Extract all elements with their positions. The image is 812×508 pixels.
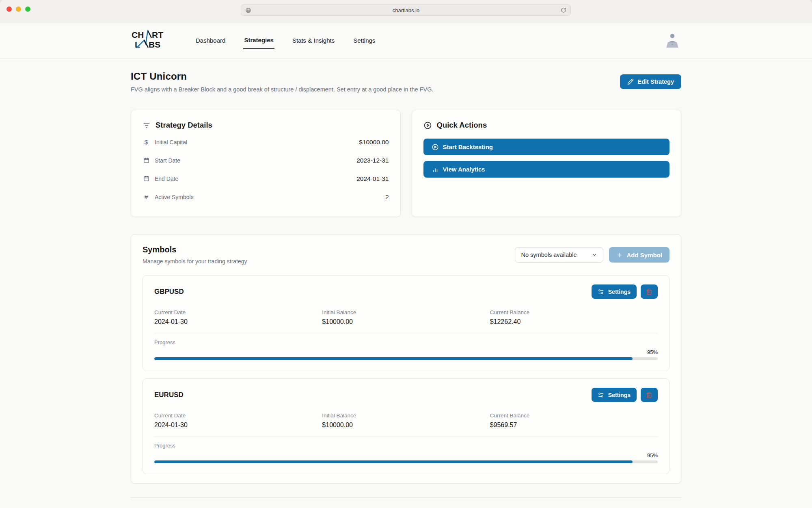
symbol-name: EURUSD xyxy=(154,391,184,399)
hash-icon: # xyxy=(143,193,150,200)
user-avatar[interactable] xyxy=(663,32,681,50)
stat-current-date: Current Date 2024-01-30 xyxy=(154,309,322,326)
play-circle-icon xyxy=(423,121,432,130)
detail-row-end-date: End Date 2024-01-31 xyxy=(143,169,389,188)
close-window-button[interactable] xyxy=(6,7,12,12)
play-circle-icon xyxy=(432,143,439,151)
strategy-details-title: Strategy Details xyxy=(155,121,212,130)
browser-window: chartlabs.io CH RT L BS xyxy=(0,0,812,508)
view-analytics-button[interactable]: View Analytics xyxy=(423,161,670,178)
progress-label: Progress xyxy=(154,339,658,345)
symbols-dropdown[interactable]: No symbols available xyxy=(515,247,603,263)
quick-actions-card: Quick Actions Start Backtesting View Ana… xyxy=(412,110,682,217)
chevron-down-icon xyxy=(592,252,597,258)
edit-strategy-button[interactable]: Edit Strategy xyxy=(620,74,681,89)
symbols-title: Symbols xyxy=(143,245,247,254)
detail-row-active-symbols: # Active Symbols 2 xyxy=(143,188,389,206)
strategy-details-card: Strategy Details $ Initial Capital $1000… xyxy=(131,110,401,217)
page-description: FVG aligns with a Breaker Block and a go… xyxy=(131,86,434,93)
nav-item-stats-insights[interactable]: Stats & Insights xyxy=(292,33,335,49)
traffic-lights xyxy=(6,7,30,12)
nav-links: Dashboard Strategies Stats & Insights Se… xyxy=(195,33,376,49)
symbol-settings-button[interactable]: Settings xyxy=(592,388,637,402)
address-bar[interactable]: chartlabs.io xyxy=(241,4,571,16)
logo-text-bs: BS xyxy=(149,40,160,49)
progress-percent: 95% xyxy=(154,349,658,355)
stat-current-balance: Current Balance $12262.40 xyxy=(490,309,658,326)
nav-item-strategies[interactable]: Strategies xyxy=(243,33,274,49)
symbol-delete-button[interactable] xyxy=(641,284,658,299)
progress-percent: 95% xyxy=(154,452,658,458)
page-header: ICT Unicorn FVG aligns with a Breaker Bl… xyxy=(131,71,681,93)
trash-icon xyxy=(646,289,652,295)
sliders-icon xyxy=(598,392,604,398)
stat-initial-balance: Initial Balance $10000.00 xyxy=(322,309,490,326)
globe-icon xyxy=(245,7,251,13)
logo-text-ch: CH xyxy=(132,30,144,39)
progress-bar-fill xyxy=(154,357,633,360)
symbol-card-gbpusd: GBPUSD Settings xyxy=(143,275,669,371)
pencil-icon xyxy=(627,78,634,85)
stat-initial-balance: Initial Balance $10000.00 xyxy=(322,412,490,429)
logo-text-rt: RT xyxy=(152,30,163,39)
reload-icon[interactable] xyxy=(561,7,566,13)
dollar-icon: $ xyxy=(143,139,150,145)
page-title: ICT Unicorn xyxy=(131,71,434,82)
divider xyxy=(154,333,658,333)
calendar-icon xyxy=(143,176,150,182)
stat-current-balance: Current Balance $9569.57 xyxy=(490,412,658,429)
browser-chrome: chartlabs.io xyxy=(0,0,812,23)
filter-icon xyxy=(143,121,151,129)
zoom-window-button[interactable] xyxy=(25,7,30,12)
minimize-window-button[interactable] xyxy=(16,7,21,12)
symbol-name: GBPUSD xyxy=(154,288,184,296)
divider xyxy=(154,436,658,436)
plus-icon xyxy=(616,252,622,258)
sliders-icon xyxy=(598,289,604,295)
quick-actions-title: Quick Actions xyxy=(437,121,487,130)
symbol-delete-button[interactable] xyxy=(641,388,658,402)
top-nav: CH RT L BS Dashboard Strategies Stats & … xyxy=(0,23,812,59)
bar-chart-icon xyxy=(432,166,439,173)
progress-label: Progress xyxy=(154,443,658,449)
progress-bar xyxy=(154,357,658,360)
progress-bar xyxy=(154,460,658,463)
detail-row-initial-capital: $ Initial Capital $10000.00 xyxy=(143,133,389,151)
symbols-card: Symbols Manage symbols for your trading … xyxy=(131,234,681,484)
chartlabs-logo[interactable]: CH RT L BS xyxy=(131,30,170,52)
symbols-subtitle: Manage symbols for your trading strategy xyxy=(143,258,247,265)
calendar-icon xyxy=(143,157,150,163)
trash-icon xyxy=(646,392,652,398)
nav-item-dashboard[interactable]: Dashboard xyxy=(195,33,226,49)
stat-current-date: Current Date 2024-01-30 xyxy=(154,412,322,429)
person-laptop-icon xyxy=(663,32,681,50)
detail-row-start-date: Start Date 2023-12-31 xyxy=(143,151,389,169)
url-text: chartlabs.io xyxy=(251,7,561,13)
nav-item-settings[interactable]: Settings xyxy=(352,33,376,49)
footer-divider xyxy=(131,497,681,498)
add-symbol-button[interactable]: Add Symbol xyxy=(609,247,669,263)
symbol-card-eurusd: EURUSD Settings xyxy=(143,378,669,474)
progress-bar-fill xyxy=(154,460,633,463)
start-backtesting-button[interactable]: Start Backtesting xyxy=(423,139,670,155)
symbol-settings-button[interactable]: Settings xyxy=(592,284,637,299)
